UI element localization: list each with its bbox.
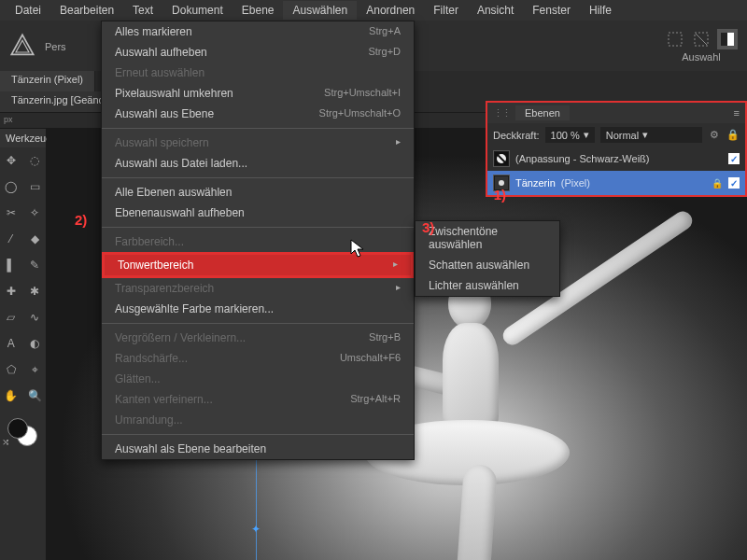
fill-tool-icon[interactable]: ◆ <box>24 228 47 250</box>
annotation-step-1: 1) <box>494 187 506 203</box>
picker-tool-icon[interactable]: ⌖ <box>24 358 47 381</box>
layers-tab[interactable]: Ebenen <box>515 105 570 120</box>
smudge-tool-icon[interactable]: ∿ <box>24 306 47 329</box>
menu-shortcut: Strg+B <box>369 331 401 344</box>
menu-item[interactable]: Alle Ebenen auswählen <box>102 182 414 203</box>
layer-row[interactable]: (Anpassung - Schwarz-Weiß)✓ <box>487 147 745 171</box>
menu-item[interactable]: Auswahl aufhebenStrg+D <box>102 42 414 63</box>
menu-item[interactable]: Ebenenauswahl aufheben <box>102 203 414 223</box>
menu-item-label: Kanten verfeinern... <box>115 393 213 406</box>
menu-item[interactable]: Auswahl aus Datei laden... <box>102 153 414 174</box>
selection-add-icon[interactable] <box>691 29 712 49</box>
menubar-item-fenster[interactable]: Fenster <box>523 1 580 20</box>
hand-tool-icon[interactable]: ✋ <box>0 385 22 407</box>
eraser-tool-icon[interactable]: ▱ <box>0 306 22 329</box>
doc-tab-1[interactable]: Tänzerin (Pixel) <box>0 71 95 91</box>
crop-tool-icon[interactable]: ✂ <box>0 202 22 224</box>
swap-colors-icon[interactable]: ⤭ <box>2 437 9 447</box>
svg-point-12 <box>499 180 504 186</box>
menubar: DateiBearbeitenTextDokumentEbeneAuswähle… <box>0 0 747 21</box>
menu-item[interactable]: Ausgewählte Farbe markieren... <box>102 299 414 319</box>
svg-line-6 <box>696 34 707 45</box>
marquee-tool-icon[interactable]: ▭ <box>24 175 47 198</box>
menu-item-label: Auswahl aufheben <box>115 46 207 59</box>
annotation-step-3: 3) <box>422 219 434 235</box>
layers-controls: Deckkraft: 100 %▾ Normal▾ ⚙ 🔒 <box>487 123 745 147</box>
menu-item-label: Alles markieren <box>115 25 192 38</box>
submenu-item[interactable]: Zwischentöne auswählen <box>416 221 559 255</box>
color-swatches[interactable]: ⤭ <box>0 416 46 450</box>
node-tool-icon[interactable]: ◌ <box>24 149 47 172</box>
lock-icon[interactable]: 🔒 <box>726 129 740 142</box>
menu-auswaehlen: Alles markierenStrg+AAuswahl aufhebenStr… <box>101 21 415 460</box>
menu-item-label: Transparenzbereich <box>115 282 214 295</box>
menubar-item-ansicht[interactable]: Ansicht <box>468 1 523 20</box>
menu-item-label: Erneut auswählen <box>115 66 204 79</box>
menubar-item-ebene[interactable]: Ebene <box>233 1 284 20</box>
menu-item-label: Auswahl aus Ebene <box>115 107 214 120</box>
move-tool-icon[interactable]: ✥ <box>0 149 22 172</box>
ruler-unit: px <box>0 113 47 128</box>
visibility-checkbox[interactable]: ✓ <box>728 153 740 164</box>
menubar-item-text[interactable]: Text <box>123 1 162 20</box>
menubar-item-datei[interactable]: Datei <box>6 1 50 20</box>
panel-menu-icon[interactable]: ≡ <box>734 107 740 119</box>
menu-separator <box>102 323 414 324</box>
selection-new-icon[interactable] <box>665 29 685 49</box>
submenu-item[interactable]: Schatten auswählen <box>416 255 559 275</box>
menu-shortcut: Strg+A <box>369 25 401 38</box>
wand-tool-icon[interactable]: ✧ <box>24 202 47 224</box>
panel-grip-icon[interactable]: ⋮⋮ <box>493 107 510 119</box>
menu-item-label: Ausgewählte Farbe markieren... <box>115 302 274 315</box>
app-logo-group <box>9 33 35 59</box>
brush-tool-icon[interactable]: ⁄ <box>0 228 22 250</box>
menu-separator <box>102 177 414 178</box>
svg-rect-4 <box>669 33 682 46</box>
menu-item-label: Alle Ebenen auswählen <box>115 186 232 199</box>
menu-item[interactable]: Alles markierenStrg+A <box>102 21 414 42</box>
menu-separator <box>102 227 414 228</box>
submenu-item[interactable]: Lichter auswählen <box>416 275 559 296</box>
persona-group[interactable]: Pers <box>45 39 66 52</box>
gradient-tool-icon[interactable]: ▌ <box>0 254 22 276</box>
lasso-tool-icon[interactable]: ◯ <box>0 175 22 198</box>
lock-icon[interactable]: 🔒 <box>712 178 723 189</box>
menubar-item-filter[interactable]: Filter <box>424 1 468 20</box>
chevron-down-icon: ▾ <box>642 129 648 141</box>
opacity-field[interactable]: 100 %▾ <box>545 127 595 143</box>
guide-handle-icon[interactable]: ✦ <box>251 523 261 536</box>
foreground-color-swatch[interactable] <box>7 418 28 439</box>
menu-item: Randschärfe...Umschalt+F6 <box>102 348 414 369</box>
menubar-item-hilfe[interactable]: Hilfe <box>580 1 621 20</box>
menu-item[interactable]: Auswahl als Ebene bearbeiten <box>102 439 414 459</box>
shape-tool-icon[interactable]: ⬠ <box>0 358 22 381</box>
layers-panel-header[interactable]: ⋮⋮ Ebenen ≡ <box>487 103 745 123</box>
heal-tool-icon[interactable]: ✱ <box>24 280 47 302</box>
menu-item[interactable]: Auswahl aus EbeneStrg+Umschalt+O <box>102 104 414 124</box>
menu-item-label: Pixelauswahl umkehren <box>115 87 233 100</box>
layer-name: (Anpassung - Schwarz-Weiß) <box>515 153 649 164</box>
layer-row[interactable]: Tänzerin (Pixel)🔒✓ <box>487 171 745 195</box>
menubar-item-bearbeiten[interactable]: Bearbeiten <box>50 1 123 20</box>
menu-item[interactable]: Pixelauswahl umkehrenStrg+Umschalt+I <box>102 83 414 104</box>
menubar-item-dokument[interactable]: Dokument <box>162 1 233 20</box>
text-tool-icon[interactable]: A <box>0 332 22 355</box>
chevron-down-icon: ▾ <box>584 129 589 141</box>
tools-panel: Werkzeug ✥◌ ◯▭ ✂✧ ⁄◆ ▌✎ ✚✱ ▱∿ A◐ ⬠⌖ ✋🔍 ⤭ <box>0 129 47 560</box>
layers-panel: ⋮⋮ Ebenen ≡ Deckkraft: 100 %▾ Normal▾ ⚙ … <box>486 101 747 197</box>
visibility-checkbox[interactable]: ✓ <box>728 177 740 189</box>
dodge-tool-icon[interactable]: ◐ <box>24 332 47 355</box>
menu-item: Umrandung... <box>102 410 414 430</box>
selection-invert-icon[interactable] <box>717 29 738 49</box>
menu-shortcut: Strg+Umschalt+O <box>319 107 401 120</box>
menu-item: Erneut auswählen <box>102 63 414 83</box>
menubar-item-anordnen[interactable]: Anordnen <box>357 1 424 20</box>
menu-item-label: Ebenenauswahl aufheben <box>115 206 245 219</box>
menubar-item-auswählen[interactable]: Auswählen <box>283 1 357 20</box>
blend-mode-field[interactable]: Normal▾ <box>600 127 702 143</box>
doc-tab-2[interactable]: Tänzerin.jpg [Geänd <box>0 91 117 112</box>
zoom-tool-icon[interactable]: 🔍 <box>24 385 47 407</box>
gear-icon[interactable]: ⚙ <box>708 129 721 142</box>
clone-tool-icon[interactable]: ✚ <box>0 280 22 302</box>
pen-tool-icon[interactable]: ✎ <box>24 254 47 276</box>
